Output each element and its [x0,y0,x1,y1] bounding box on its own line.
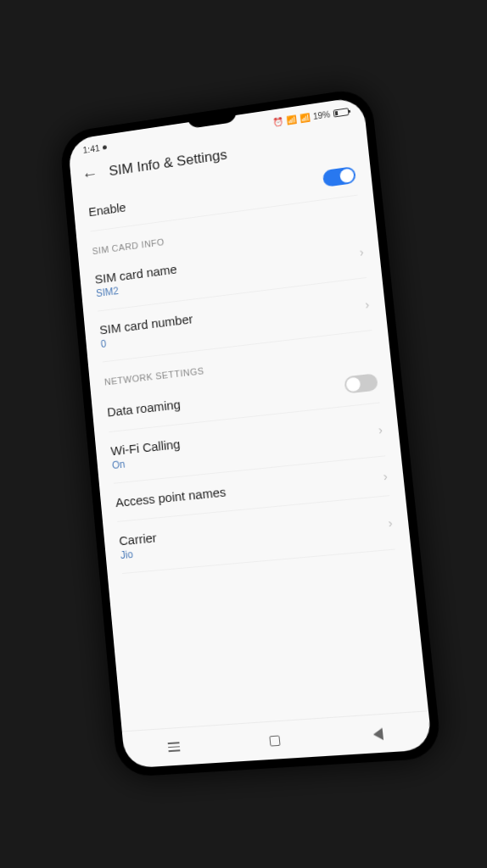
status-time: 1:41 [82,143,100,155]
chevron-right-icon: › [388,515,394,530]
nav-recent-button[interactable] [168,742,181,751]
status-dot-icon [103,145,107,149]
battery-percent: 19% [313,109,331,121]
enable-toggle[interactable] [322,166,356,187]
chevron-right-icon: › [359,245,364,259]
nav-bar [122,710,433,768]
back-button[interactable]: ← [81,164,99,185]
screen: 1:41 ⏰ 📶 📶 19% ← SIM Info & Settings Ena… [68,97,433,769]
signal-icon: 📶 [299,112,311,122]
chevron-right-icon: › [378,422,383,437]
chevron-right-icon: › [365,297,370,311]
alarm-icon: ⏰ [272,116,283,126]
chevron-right-icon: › [383,469,389,483]
phone-frame: 1:41 ⏰ 📶 📶 19% ← SIM Info & Settings Ena… [59,86,442,777]
nav-home-button[interactable] [270,735,281,746]
data-roaming-toggle[interactable] [344,373,378,393]
nav-back-button[interactable] [372,727,383,740]
wifi-icon: 📶 [286,114,297,125]
battery-icon [333,108,350,117]
content: Enable SIM CARD INFO SIM card name SIM2 … [72,153,411,576]
